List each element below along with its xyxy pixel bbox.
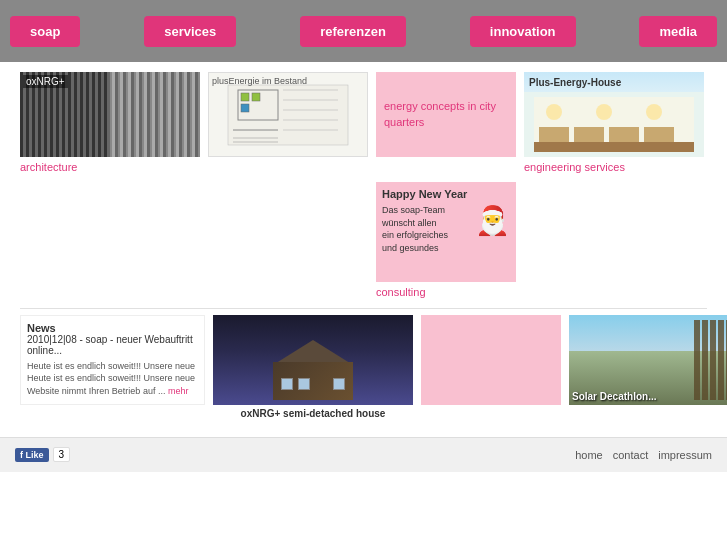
main-content: oxNRG+ architecture plusEnergie im Besta… xyxy=(0,62,727,437)
svg-point-21 xyxy=(596,104,612,120)
energy-concepts-image: energy concepts in city quarters xyxy=(376,72,516,157)
plus-spacer xyxy=(208,182,368,299)
svg-rect-18 xyxy=(644,127,674,142)
footer-home-link[interactable]: home xyxy=(575,449,603,461)
consulting-caption: consulting xyxy=(376,285,516,299)
solar-label: Solar Decathlon... xyxy=(572,391,656,402)
solar-image: Solar Decathlon... xyxy=(569,315,727,405)
arch-spacer xyxy=(20,182,200,299)
plus-energy-house-image: Plus-Energy-House xyxy=(524,72,704,157)
footer-impressum-link[interactable]: impressum xyxy=(658,449,712,461)
news-content: News 2010|12|08 - soap - neuer Webauftri… xyxy=(20,315,205,405)
footer: f Like 3 home contact impressum xyxy=(0,437,727,472)
solar-tile[interactable]: Solar Decathlon... xyxy=(569,315,727,419)
like-count: 3 xyxy=(53,447,71,462)
grid-row-3: News 2010|12|08 - soap - neuer Webauftri… xyxy=(20,315,707,419)
footer-links: home contact impressum xyxy=(575,449,712,461)
hny-title: Happy New Year xyxy=(382,188,510,200)
hny-text-3: ein erfolgreiches xyxy=(382,229,448,242)
news-date: 2010|12|08 - soap - neuer Webauftritt on… xyxy=(27,334,198,356)
news-body-1: Heute ist es endlich soweit!!! Unsere ne… xyxy=(27,360,198,373)
news-more-link[interactable]: mehr xyxy=(168,386,189,396)
hny-text-1: Das soap-Team xyxy=(382,204,448,217)
engineering-services-caption: engineering services xyxy=(524,160,704,174)
ox-semi-tile[interactable]: oxNRG+ semi-detached house xyxy=(213,315,413,419)
news-tile[interactable]: News 2010|12|08 - soap - neuer Webauftri… xyxy=(20,315,205,419)
oxnrg-label: oxNRG+ xyxy=(23,75,68,88)
plus-energie-label: plusEnergie im Bestand xyxy=(212,76,307,86)
peh-title: Plus-Energy-House xyxy=(529,77,699,88)
svg-rect-3 xyxy=(252,93,260,101)
consulting-tile[interactable] xyxy=(421,315,561,419)
like-label: Like xyxy=(26,450,44,460)
plus-energy-house-tile[interactable]: Plus-Energy-House xyxy=(524,72,704,174)
santa-icon: 🎅 xyxy=(475,204,510,237)
svg-rect-16 xyxy=(574,127,604,142)
svg-rect-19 xyxy=(534,142,694,152)
facebook-button[interactable]: f Like xyxy=(15,448,49,462)
energy-concepts-title: energy concepts in city quarters xyxy=(384,99,508,130)
nav-services[interactable]: services xyxy=(144,16,236,47)
fb-icon: f xyxy=(20,450,23,460)
nav-soap[interactable]: soap xyxy=(10,16,80,47)
nav-innovation[interactable]: innovation xyxy=(470,16,576,47)
news-body-2: Heute ist es endlich soweit!!! Unsere ne… xyxy=(27,372,198,397)
consulting-image xyxy=(421,315,561,405)
row-divider xyxy=(20,308,707,309)
architecture-image: oxNRG+ xyxy=(20,72,200,157)
footer-left: f Like 3 xyxy=(15,447,70,462)
grid-row-1: oxNRG+ architecture plusEnergie im Besta… xyxy=(20,72,707,174)
svg-rect-4 xyxy=(241,104,249,112)
plus-energie-tile[interactable]: plusEnergie im Bestand xyxy=(208,72,368,174)
svg-rect-2 xyxy=(241,93,249,101)
happy-new-year-image: Happy New Year Das soap-Team wünscht all… xyxy=(376,182,516,282)
news-title: News xyxy=(27,322,198,334)
nav-media[interactable]: media xyxy=(639,16,717,47)
architecture-tile[interactable]: oxNRG+ architecture xyxy=(20,72,200,174)
svg-point-20 xyxy=(546,104,562,120)
svg-point-22 xyxy=(646,104,662,120)
navbar: soap services referenzen innovation medi… xyxy=(0,0,727,62)
ox-semi-image xyxy=(213,315,413,405)
eng-spacer xyxy=(524,182,704,299)
svg-rect-17 xyxy=(609,127,639,142)
svg-rect-15 xyxy=(539,127,569,142)
footer-contact-link[interactable]: contact xyxy=(613,449,648,461)
nav-referenzen[interactable]: referenzen xyxy=(300,16,406,47)
plus-energie-image: plusEnergie im Bestand xyxy=(208,72,368,157)
energy-concepts-tile[interactable]: energy concepts in city quarters xyxy=(376,72,516,174)
grid-row-2: Happy New Year Das soap-Team wünscht all… xyxy=(20,182,707,299)
ox-semi-label: oxNRG+ semi-detached house xyxy=(213,408,413,419)
hny-text-2: wünscht allen xyxy=(382,217,448,230)
happy-new-year-tile[interactable]: Happy New Year Das soap-Team wünscht all… xyxy=(376,182,516,299)
architecture-caption: architecture xyxy=(20,160,200,174)
hny-text-4: und gesundes xyxy=(382,242,448,255)
